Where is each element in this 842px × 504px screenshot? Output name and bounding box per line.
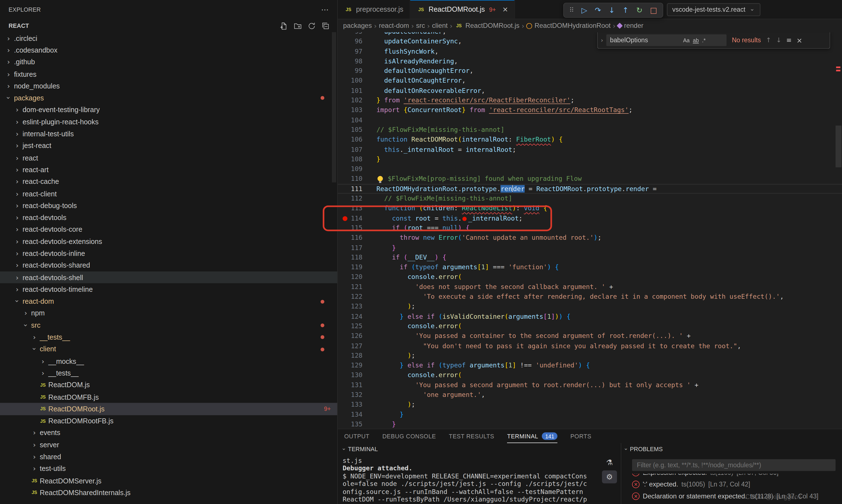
code-line-123[interactable]: 123 ); [338, 302, 842, 311]
step-over-icon[interactable]: ↷ [595, 6, 601, 14]
tree-item-file-ReactDOMRootFB.js[interactable]: JSReactDOMRootFB.js [0, 415, 337, 427]
tree-item-folder-jest-react[interactable]: ›jest-react [0, 140, 337, 152]
code-line-106[interactable]: 106function ReactDOMRoot(internalRoot: F… [338, 135, 842, 145]
code-line-122[interactable]: 122 'To execute a side effect after rend… [338, 292, 842, 302]
drag-handle-icon[interactable]: ⠿ [569, 7, 574, 13]
tree-item-folder-react-dom[interactable]: ›react-dom [0, 295, 337, 307]
tree-item-folder-eslint-plugin-react-hooks[interactable]: ›eslint-plugin-react-hooks [0, 116, 337, 128]
tree-item-file-ReactDOMFB.js[interactable]: JSReactDOMFB.js [0, 391, 337, 403]
tree-item-folder-npm[interactable]: ›npm [0, 307, 337, 319]
find-input[interactable] [609, 36, 680, 44]
breadcrumb-item-packages[interactable]: packages [343, 22, 372, 30]
prev-match-icon[interactable]: ↑ [766, 36, 771, 44]
tree-item-folder-__mocks__[interactable]: ›__mocks__ [0, 355, 337, 367]
code-line-107[interactable]: 107 this._internalRoot = internalRoot; [338, 145, 842, 155]
tree-item-folder-server[interactable]: ›server [0, 439, 337, 451]
tree-item-folder-client[interactable]: ›client [0, 343, 337, 355]
tab-preprocessor.js[interactable]: JSpreprocessor.js [338, 0, 410, 19]
continue-icon[interactable]: ▷ [581, 6, 587, 14]
new-file-icon[interactable] [280, 22, 288, 30]
code-line-120[interactable]: 120 console.error( [338, 272, 842, 282]
restart-icon[interactable]: ↻ [636, 6, 643, 14]
close-icon[interactable]: × [502, 5, 508, 13]
tree-item-folder-react-devtools-shared[interactable]: ›react-devtools-shared [0, 259, 337, 271]
code-line-103[interactable]: 103import {ConcurrentRoot} from 'react-r… [338, 105, 842, 115]
tree-item-folder-react-devtools-core[interactable]: ›react-devtools-core [0, 223, 337, 236]
explorer-section-header[interactable]: REACT [0, 19, 337, 32]
tree-item-file-ReactDOM.js[interactable]: JSReactDOM.js [0, 379, 337, 391]
breadcrumb-item-react-dom[interactable]: react-dom [379, 22, 409, 30]
breadcrumb-item-render[interactable]: render [618, 22, 643, 30]
whole-word-icon[interactable]: ab [693, 37, 699, 43]
code-line-111[interactable]: 111ReactDOMHydrationRoot.prototype.rende… [338, 184, 842, 194]
refresh-icon[interactable] [308, 22, 316, 30]
collapse-all-icon[interactable] [322, 22, 330, 30]
tree-item-file-ReactDOMSharedInternals.js[interactable]: JSReactDOMSharedInternals.js [0, 487, 337, 499]
tree-item-folder-react-cache[interactable]: ›react-cache [0, 176, 337, 188]
step-out-icon[interactable]: ↑ [622, 6, 629, 14]
code-line-117[interactable]: 117 } [338, 243, 842, 253]
breadcrumb-item-ReactDOMRoot.js[interactable]: JSReactDOMRoot.js [455, 22, 519, 30]
panel-tab-TEST RESULTS[interactable]: TEST RESULTS [449, 429, 494, 443]
code-line-112[interactable]: 112 // $FlowFixMe[missing-this-annot] [338, 194, 842, 203]
code-line-131[interactable]: 131 'You passed a second argument to roo… [338, 380, 842, 390]
code-line-109[interactable]: 109 [338, 164, 842, 174]
code-line-134[interactable]: 134 } [338, 410, 842, 419]
editor-scrollbar[interactable] [836, 125, 841, 167]
tree-item-folder-react-devtools-timeline[interactable]: ›react-devtools-timeline [0, 284, 337, 295]
tree-item-folder-fixtures[interactable]: ›fixtures [0, 68, 337, 80]
stop-icon[interactable]: □ [650, 6, 657, 14]
code-line-127[interactable]: 127 "You don't need to pass it again sin… [338, 341, 842, 351]
problems-filter-input[interactable] [636, 461, 832, 469]
sidebar-scrollbar[interactable] [332, 32, 336, 182]
task-terminal-gear-icon[interactable]: ⚙ [602, 470, 617, 483]
tree-item-file-ReactDOMServer.js[interactable]: JSReactDOMServer.js [0, 475, 337, 487]
code-line-125[interactable]: 125 console.error( [338, 321, 842, 331]
code-line-99[interactable]: 99 defaultOnUncaughtError, [338, 66, 842, 76]
code-line-128[interactable]: 128 ); [338, 351, 842, 360]
code-line-133[interactable]: 133 ); [338, 400, 842, 410]
panel-tab-OUTPUT[interactable]: OUTPUT [344, 429, 370, 443]
code-line-126[interactable]: 126 'You passed a container to the secon… [338, 331, 842, 341]
problem-item[interactable]: ×Expression expected.ts(1109)[Ln 37, Col… [621, 474, 842, 479]
match-case-icon[interactable]: Aa [683, 37, 690, 43]
tree-item-folder-__tests__[interactable]: ›__tests__ [0, 331, 337, 343]
tree-item-folder-internal-test-utils[interactable]: ›internal-test-utils [0, 128, 337, 140]
code-line-98[interactable]: 98 isAlreadyRendering, [338, 56, 842, 66]
tree-item-folder-dom-event-testing-library[interactable]: ›dom-event-testing-library [0, 104, 337, 116]
tab-ReactDOMRoot.js[interactable]: JSReactDOMRoot.js9+× [410, 0, 515, 19]
debug-config-dropdown[interactable]: vscode-jest-tests.v2.react › [667, 3, 760, 16]
tree-item-folder-react-art[interactable]: ›react-art [0, 164, 337, 176]
close-icon[interactable]: × [796, 36, 802, 44]
terminal-header[interactable]: › TERMINAL [340, 443, 378, 455]
tree-item-folder-react-client[interactable]: ›react-client [0, 188, 337, 200]
tree-item-folder-react-devtools-extensions[interactable]: ›react-devtools-extensions [0, 236, 337, 248]
tree-item-folder-test-utils[interactable]: ›test-utils [0, 463, 337, 475]
new-folder-icon[interactable] [294, 22, 302, 30]
code-line-118[interactable]: 118 if (__DEV__) { [338, 253, 842, 262]
code-line-104[interactable]: 104 [338, 115, 842, 125]
code-line-119[interactable]: 119 if (typeof arguments[1] === 'functio… [338, 262, 842, 272]
overview-ruler[interactable] [835, 32, 842, 429]
code-line-105[interactable]: 105// $FlowFixMe[missing-this-annot] [338, 125, 842, 134]
tree-item-folder-.codesandbox[interactable]: ›.codesandbox [0, 44, 337, 56]
find-in-selection-icon[interactable]: ≡ [786, 36, 792, 44]
tree-item-folder-react-devtools[interactable]: ›react-devtools [0, 212, 337, 223]
problem-item[interactable]: ×':' expected.ts(1005)[Ln 37, Col 42] [621, 479, 842, 490]
step-into-icon[interactable]: ↓ [609, 6, 615, 14]
tree-item-folder-.circleci[interactable]: ›.circleci [0, 32, 337, 44]
panel-tab-TERMINAL[interactable]: TERMINAL141 [507, 429, 557, 443]
tree-item-folder-react-devtools-shell[interactable]: ›react-devtools-shell [0, 271, 337, 284]
tree-item-folder-react-debug-tools[interactable]: ›react-debug-tools [0, 200, 337, 212]
next-match-icon[interactable]: ↓ [776, 36, 781, 44]
code-line-116[interactable]: 116 throw new Error('Cannot update an un… [338, 233, 842, 242]
code-line-124[interactable]: 124 } else if (isValidContainer(argument… [338, 311, 842, 321]
jest-terminal-flask-icon[interactable]: ⚗ [602, 456, 617, 469]
code-line-102[interactable]: 102} from 'react-reconciler/src/ReactFib… [338, 95, 842, 105]
regex-icon[interactable]: .* [702, 37, 706, 43]
code-line-132[interactable]: 132 'one argument.', [338, 390, 842, 400]
panel-tab-PORTS[interactable]: PORTS [570, 429, 591, 443]
code-line-121[interactable]: 121 'does not support the second callbac… [338, 282, 842, 292]
terminal-output[interactable]: st.jsDebugger attached.$ NODE_ENV=develo… [343, 457, 595, 503]
tree-item-folder-events[interactable]: ›events [0, 427, 337, 439]
